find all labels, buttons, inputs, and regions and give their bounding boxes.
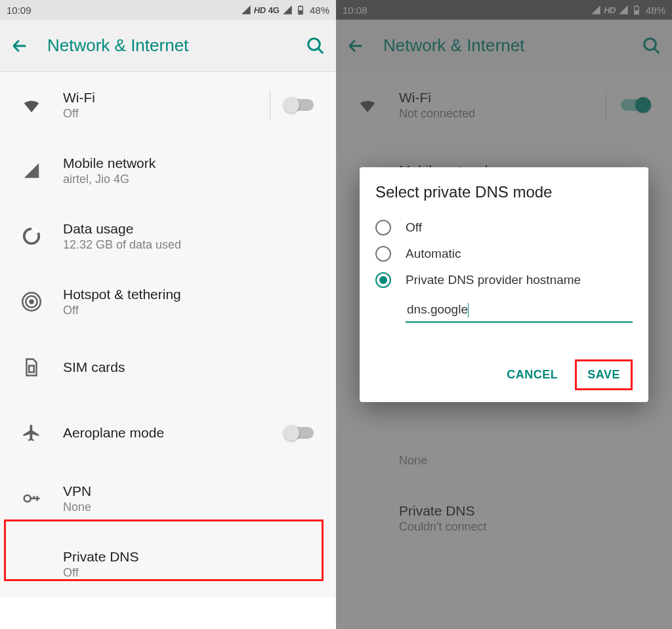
search-icon[interactable] xyxy=(306,36,326,56)
signal-icon xyxy=(241,5,251,15)
item-wifi[interactable]: Wi-Fi Off xyxy=(0,72,336,138)
svg-rect-1 xyxy=(300,5,302,7)
settings-list: Wi-Fi Off Mobile network airtel, Jio 4G … xyxy=(0,72,336,597)
hotspot-title: Hotspot & tethering xyxy=(63,287,326,302)
pdns-sub: Off xyxy=(63,566,326,580)
radio-hostname[interactable]: Private DNS provider hostname xyxy=(375,272,633,288)
data-sub: 12.32 GB of data used xyxy=(63,238,326,252)
wifi-sub: Off xyxy=(63,107,270,121)
hotspot-sub: Off xyxy=(63,304,326,317)
cancel-button[interactable]: CANCEL xyxy=(496,359,568,390)
vpn-sub: None xyxy=(63,500,326,514)
save-button[interactable]: SAVE xyxy=(575,359,633,390)
radio-automatic[interactable]: Automatic xyxy=(375,246,633,262)
signal-icon xyxy=(22,161,41,180)
item-private-dns[interactable]: Private DNS Off xyxy=(0,531,336,597)
status-bar: 10:09 HD 4G 48% xyxy=(0,0,336,20)
radio-off-label: Off xyxy=(406,220,422,235)
item-sim-cards[interactable]: SIM cards xyxy=(0,335,336,400)
data-title: Data usage xyxy=(63,221,326,237)
radio-icon xyxy=(375,272,391,288)
svg-rect-8 xyxy=(29,366,34,373)
phone-right: 10:08 HD 48% Network & Internet Wi-Fi No… xyxy=(336,0,672,629)
status-time: 10:09 xyxy=(7,5,32,16)
mobile-sub: airtel, Jio 4G xyxy=(63,172,326,186)
svg-point-3 xyxy=(308,38,320,50)
radio-auto-label: Automatic xyxy=(406,247,461,261)
battery-percent: 48% xyxy=(310,5,329,16)
wifi-toggle[interactable] xyxy=(285,99,314,111)
vpn-title: VPN xyxy=(63,483,326,499)
battery-icon xyxy=(295,5,306,15)
dialog-title: Select private DNS mode xyxy=(375,183,633,201)
dns-hostname-input[interactable]: dns.google xyxy=(406,298,633,323)
wifi-title: Wi-Fi xyxy=(63,90,270,106)
wifi-icon xyxy=(22,95,41,115)
radio-off[interactable]: Off xyxy=(375,220,633,235)
radio-icon xyxy=(375,246,391,262)
signal-icon xyxy=(282,5,293,15)
item-hotspot[interactable]: Hotspot & tethering Off xyxy=(0,269,336,335)
sim-title: SIM cards xyxy=(63,359,326,375)
page-title: Network & Internet xyxy=(47,35,306,56)
data-usage-icon xyxy=(22,226,41,246)
item-mobile-network[interactable]: Mobile network airtel, Jio 4G xyxy=(0,138,336,203)
phone-left: 10:09 HD 4G 48% Network & Internet Wi-Fi… xyxy=(0,0,336,629)
network-type: 4G xyxy=(268,5,280,15)
aeroplane-toggle[interactable] xyxy=(285,427,314,439)
pdns-title: Private DNS xyxy=(63,549,326,565)
svg-point-5 xyxy=(29,299,34,304)
vpn-key-icon xyxy=(22,489,41,508)
back-icon[interactable] xyxy=(10,37,29,55)
mobile-title: Mobile network xyxy=(63,155,326,171)
hotspot-icon xyxy=(22,292,41,312)
status-icons: HD 4G 48% xyxy=(241,5,329,16)
hd-indicator: HD xyxy=(254,5,266,15)
radio-host-label: Private DNS provider hostname xyxy=(406,273,581,287)
item-aeroplane-mode[interactable]: Aeroplane mode xyxy=(0,400,336,466)
dns-hostname-value: dns.google xyxy=(407,302,468,316)
app-bar: Network & Internet xyxy=(0,20,336,72)
svg-point-9 xyxy=(24,495,31,502)
private-dns-dialog: Select private DNS mode Off Automatic Pr… xyxy=(360,167,648,402)
radio-icon xyxy=(375,220,391,235)
airplane-icon xyxy=(22,423,41,443)
plane-title: Aeroplane mode xyxy=(63,425,285,441)
item-data-usage[interactable]: Data usage 12.32 GB of data used xyxy=(0,203,336,269)
svg-rect-2 xyxy=(299,10,302,14)
sim-icon xyxy=(22,357,41,377)
item-vpn[interactable]: VPN None xyxy=(0,466,336,531)
